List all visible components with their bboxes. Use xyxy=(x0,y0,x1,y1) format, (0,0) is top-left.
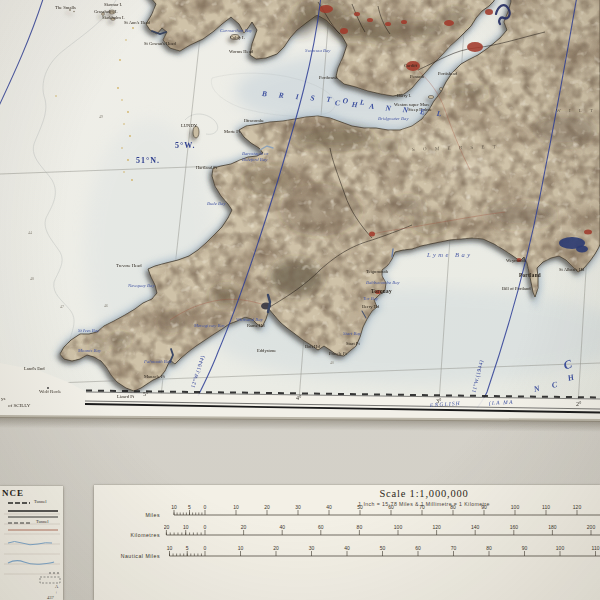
map-label: 44 xyxy=(28,232,32,236)
svg-text:100: 100 xyxy=(394,524,403,530)
map-label: Newquay Bay xyxy=(128,284,155,289)
svg-text:0: 0 xyxy=(204,524,207,530)
map-label: Carmarthen Bay xyxy=(220,29,252,34)
map-label: H xyxy=(567,373,575,382)
map-sheet: The SmallsSkomar I.Grassholm I.Skokholm … xyxy=(0,0,600,422)
svg-text:110: 110 xyxy=(542,504,550,510)
svg-text:180: 180 xyxy=(548,524,557,530)
legend-symbol: A xyxy=(55,584,58,589)
map-label: 11°W.(1944) xyxy=(471,359,484,393)
svg-text:120: 120 xyxy=(573,504,582,510)
map-label: Caldy I. xyxy=(230,36,245,41)
legend-symbol: + xyxy=(55,590,58,595)
map-label: Teignmouth xyxy=(366,270,388,275)
map-label: Bude Bay xyxy=(207,202,226,207)
svg-text:10: 10 xyxy=(167,545,173,551)
svg-text:0: 0 xyxy=(204,545,207,551)
svg-text:0: 0 xyxy=(204,504,207,510)
svg-text:10: 10 xyxy=(238,545,244,551)
map-label: Weymouth xyxy=(506,259,526,264)
svg-text:10: 10 xyxy=(233,504,239,510)
scale-bar: 2010020406080100120140160180200 xyxy=(164,523,600,539)
svg-text:70: 70 xyxy=(419,504,425,510)
svg-text:80: 80 xyxy=(486,545,492,551)
map-label: Bolt Hd xyxy=(305,345,320,350)
scale-bar-row: Miles1050102030405060708090100110120 xyxy=(102,503,600,519)
svg-text:50: 50 xyxy=(357,504,363,510)
svg-text:200: 200 xyxy=(587,524,596,530)
scale-bar: 1050102030405060708090100110 xyxy=(164,544,600,560)
svg-text:10: 10 xyxy=(183,524,189,530)
map-label: S O M E R S E T xyxy=(412,144,499,152)
map-label: Morte Pt xyxy=(224,130,240,135)
map-label: Bideford Bay xyxy=(242,158,267,163)
svg-text:30: 30 xyxy=(295,504,301,510)
map-label: Torquay xyxy=(371,289,392,294)
map-label: 5°W. xyxy=(175,142,195,150)
map-label: Penarth xyxy=(410,75,424,80)
map-label: 40 xyxy=(330,362,334,366)
svg-text:60: 60 xyxy=(388,504,394,510)
svg-text:160: 160 xyxy=(510,524,519,530)
scale-title: Scale 1:1,000,000 xyxy=(254,488,594,499)
scale-bar-unit-label: Miles xyxy=(102,512,164,518)
map-label: St Gowan's Head xyxy=(144,42,176,47)
legend-symbol: 437 xyxy=(47,595,54,600)
map-label: Hartland Pt xyxy=(196,166,217,171)
map-label: ys xyxy=(1,396,5,401)
svg-text:40: 40 xyxy=(326,504,332,510)
map-label: C xyxy=(551,381,558,390)
map-label: Wolf Rock xyxy=(39,389,61,394)
map-label: C xyxy=(562,358,574,372)
scale-bar: 1050102030405060708090100110120 xyxy=(164,503,600,519)
map-label: Cardiff xyxy=(404,64,417,69)
map-label: Barry I. xyxy=(397,94,411,99)
map-label: 46 xyxy=(104,305,108,309)
map-label: Prawle Pt xyxy=(329,352,347,357)
map-label: Worms Head xyxy=(229,50,253,55)
map-label: 51°N. xyxy=(136,157,160,165)
legend-tunnel-label: Tunnel xyxy=(34,499,47,504)
map-label: Tor Bay xyxy=(363,297,378,302)
map-label: St Ann's Head xyxy=(124,21,150,26)
scale-bar-row: Kilometres201002040608010012014016018020… xyxy=(102,523,600,539)
map-label: 47 xyxy=(60,306,64,310)
legend-heading: NCE xyxy=(2,488,24,498)
svg-text:20: 20 xyxy=(264,504,270,510)
map-label: Start Bay xyxy=(343,332,361,337)
map-label: St Ives Bay xyxy=(78,329,99,334)
scale-bar-unit-label: Kilometres xyxy=(102,532,164,538)
map-label: Porthcawl xyxy=(319,76,338,81)
svg-text:80: 80 xyxy=(357,524,363,530)
map-label: Mevagissey Bay xyxy=(194,324,225,329)
svg-text:140: 140 xyxy=(471,524,480,530)
map-label: W I L T S xyxy=(556,108,600,113)
map-label: Grassholm I. xyxy=(94,10,118,15)
map-label: 4° xyxy=(296,395,301,401)
svg-text:60: 60 xyxy=(415,545,421,551)
map-label: Lizard Pt xyxy=(117,395,134,400)
svg-text:10: 10 xyxy=(171,504,177,510)
svg-text:20: 20 xyxy=(273,545,279,551)
map-label: Ilfracombe xyxy=(244,119,264,124)
scale-bar-unit-label: Nautical Miles xyxy=(102,553,164,559)
map-label: Trevose Head xyxy=(116,264,141,269)
map-label: 5° xyxy=(143,391,148,397)
map-label: 2° xyxy=(576,401,581,407)
map-label: ENGLISH xyxy=(430,401,461,409)
map-label: Skomar I. xyxy=(104,3,122,8)
map-label: Start Pt xyxy=(346,342,360,347)
map-label: Babbacombe Bay xyxy=(366,281,400,286)
map-label: Mounts Bay xyxy=(78,349,101,354)
map-label: Berry Hd xyxy=(362,305,379,310)
legend-artwork xyxy=(0,486,63,600)
map-label: Portishead xyxy=(438,72,457,77)
svg-text:40: 40 xyxy=(344,545,350,551)
scale-panel: Scale 1:1,000,000 1 Inch = 15·78 Miles &… xyxy=(94,485,600,600)
svg-text:100: 100 xyxy=(556,545,565,551)
map-label: Falmouth Bay xyxy=(144,360,171,365)
svg-text:90: 90 xyxy=(481,504,487,510)
reference-legend-panel: NCE Tunnel Tunnel A+437 xyxy=(0,486,63,600)
map-label: Swansea Bay xyxy=(305,49,330,54)
svg-text:50: 50 xyxy=(380,545,386,551)
